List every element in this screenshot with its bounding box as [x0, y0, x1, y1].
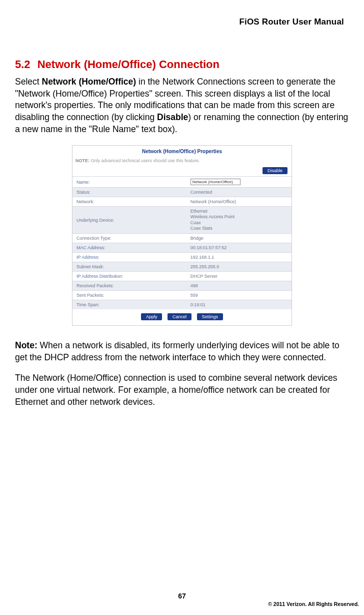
property-value: EthernetWireless Access PointCoaxCoax St…	[186, 207, 292, 234]
section-heading: 5.2 Network (Home/Office) Connection	[15, 58, 349, 71]
property-label: MAC Address:	[72, 243, 186, 253]
name-input[interactable]: Network (Home/Office)	[190, 179, 240, 185]
property-label: Underlying Device:	[72, 207, 186, 234]
intro-paragraph: Select Network (Home/Office) in the Netw…	[15, 76, 349, 135]
table-row: Subnet Mask:255.255.255.0	[72, 262, 292, 272]
property-label: Received Packets:	[72, 281, 186, 291]
property-value: Bridge	[186, 234, 292, 243]
table-row: Received Packets:498	[72, 281, 292, 291]
property-label: Status:	[72, 188, 186, 197]
figure-title: Network (Home/Office) Properties	[72, 146, 292, 157]
copyright-text: © 2011 Verizon. All Rights Reserved.	[268, 601, 359, 607]
property-value: Network (Home/Office)	[186, 197, 292, 207]
cancel-button[interactable]: Cancel	[168, 313, 192, 320]
property-label: Subnet Mask:	[72, 262, 186, 272]
property-value: 00:18:01:b7:57:52	[186, 243, 292, 253]
property-value: DHCP Server	[186, 272, 292, 281]
property-label: IP Address:	[72, 253, 186, 262]
apply-button[interactable]: Apply	[141, 313, 162, 320]
properties-screenshot: Network (Home/Office) Properties NOTE: O…	[72, 145, 292, 326]
note-paragraph: Note: When a network is disabled, its fo…	[15, 340, 349, 363]
property-label: Connection Type:	[72, 234, 186, 243]
property-value: 498	[186, 281, 292, 291]
property-value[interactable]: Network (Home/Office)	[186, 177, 292, 188]
table-row: Name:Network (Home/Office)	[72, 177, 292, 188]
table-row: Connection Type:Bridge	[72, 234, 292, 243]
property-label: Sent Packets:	[72, 291, 186, 300]
table-row: Sent Packets:559	[72, 291, 292, 300]
section-number: 5.2	[15, 58, 30, 71]
settings-button[interactable]: Settings	[197, 313, 224, 320]
property-value: 255.255.255.0	[186, 262, 292, 272]
table-row: Time Span:0:19:01	[72, 300, 292, 310]
figure-note: NOTE: Only advanced technical users shou…	[72, 157, 292, 167]
property-label: Name:	[72, 177, 186, 188]
property-label: Network:	[72, 197, 186, 207]
section-title: Network (Home/Office) Connection	[38, 58, 220, 71]
page-number: 67	[0, 592, 364, 600]
table-row: Underlying Device:EthernetWireless Acces…	[72, 207, 292, 234]
property-value: Connected	[186, 188, 292, 197]
disable-button[interactable]: Disable	[262, 167, 288, 174]
table-row: Status:Connected	[72, 188, 292, 197]
property-value: 0:19:01	[186, 300, 292, 310]
properties-table: Name:Network (Home/Office)Status:Connect…	[72, 176, 292, 309]
property-label: IP Address Distribution:	[72, 272, 186, 281]
property-label: Time Span:	[72, 300, 186, 310]
table-row: Network:Network (Home/Office)	[72, 197, 292, 207]
description-paragraph: The Network (Home/Office) connection is …	[15, 372, 349, 408]
table-row: IP Address Distribution:DHCP Server	[72, 272, 292, 281]
table-row: MAC Address:00:18:01:b7:57:52	[72, 243, 292, 253]
table-row: IP Address:192.168.1.1	[72, 253, 292, 262]
document-header-title: FiOS Router User Manual	[15, 15, 349, 27]
property-value: 192.168.1.1	[186, 253, 292, 262]
property-value: 559	[186, 291, 292, 300]
